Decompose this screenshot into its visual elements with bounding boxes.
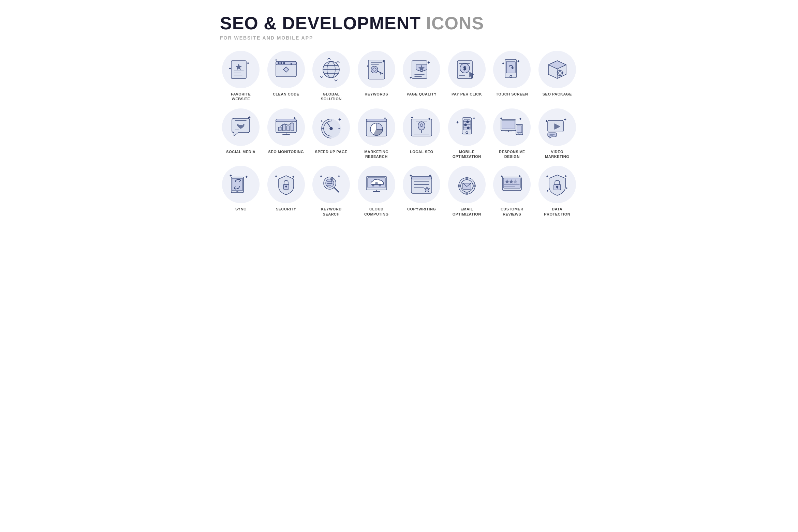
list-item: ✦ ✦ CLEAN CODE <box>265 51 307 102</box>
video-marketing-icon-bg: ✦ ✦ <box>538 108 576 146</box>
list-item: ✦ ✦ SPEED UP PAGE <box>310 108 352 159</box>
touch-screen-label: TOUCH SCREEN <box>496 92 528 97</box>
email-optimization-icon-bg <box>448 166 486 203</box>
svg-rect-64 <box>283 124 285 131</box>
svg-point-23 <box>371 66 378 73</box>
svg-text:✦: ✦ <box>428 61 430 64</box>
svg-point-121 <box>285 186 287 187</box>
svg-text:✦: ✦ <box>473 117 475 119</box>
email-optimization-label: EMAIL OPTIMIZATION <box>448 207 486 217</box>
list-item: ✦ ✦ FAVORITEWEBSITE <box>220 51 262 102</box>
svg-point-13 <box>283 62 285 64</box>
list-item: ✦ ✦ CUSTOMER REVIEWS <box>491 166 533 217</box>
keyword-search-icon-bg: ✦ ✦ <box>312 166 350 203</box>
pay-per-click-label: PAY PER CLICK <box>452 92 482 97</box>
svg-text:+: + <box>547 190 548 192</box>
data-protection-label: DATA PROTECTION <box>538 207 576 217</box>
seo-package-icon-bg <box>538 51 576 88</box>
svg-point-94 <box>464 124 467 126</box>
svg-point-74 <box>330 127 332 130</box>
seo-monitoring-label: SEO MONITORING <box>268 149 304 154</box>
list-item: ✦ ✦ KEYWORD SEARCH <box>310 166 352 217</box>
list-item: ✦ ✦ LOCAL SEO <box>401 108 443 159</box>
seo-monitoring-icon-bg: ✦ <box>267 108 305 146</box>
svg-rect-105 <box>517 126 522 133</box>
list-item: ✦ ✦ PAGE QUALITY <box>401 51 443 102</box>
social-media-icon-bg: ✦ <box>222 108 260 146</box>
favorite-website-label: FAVORITEWEBSITE <box>231 92 251 102</box>
svg-text:✦: ✦ <box>339 118 341 121</box>
global-solution-icon-bg <box>312 51 350 88</box>
responsive-design-label: RESPONSIVEDESIGN <box>499 149 525 159</box>
svg-point-82 <box>418 122 425 130</box>
list-item: ✦ ✦ MOBILE OPTIMIZATION <box>446 108 488 159</box>
svg-line-126 <box>334 187 339 192</box>
video-marketing-label: VIDEO MARKETING <box>538 149 576 159</box>
svg-text:✦: ✦ <box>275 59 277 61</box>
keywords-label: KEYWORDS <box>365 92 388 97</box>
list-item: GLOBAL SOLUTION <box>310 51 352 102</box>
svg-text:✦: ✦ <box>500 117 502 119</box>
sync-label: SYNC <box>235 207 247 211</box>
svg-rect-43 <box>506 61 515 73</box>
svg-text:✦: ✦ <box>457 121 458 123</box>
svg-text:✦: ✦ <box>501 175 503 177</box>
svg-text:✦: ✦ <box>410 175 412 177</box>
customer-reviews-label: CUSTOMER REVIEWS <box>493 207 531 217</box>
svg-text:✦: ✦ <box>321 120 323 122</box>
svg-rect-144 <box>411 176 432 179</box>
icons-grid: ✦ ✦ FAVORITEWEBSITE ✦ ✦ CLEAN CODE <box>220 51 578 217</box>
svg-text:✦: ✦ <box>502 62 504 64</box>
svg-point-96 <box>467 127 469 129</box>
list-item: ✦ ✦ SYNC <box>220 166 262 217</box>
svg-point-11 <box>278 62 279 64</box>
speed-up-page-icon-bg: ✦ ✦ <box>312 108 350 146</box>
marketing-research-label: MARKETING RESEARCH <box>358 149 395 159</box>
svg-text:✦: ✦ <box>383 60 385 62</box>
svg-text:✦: ✦ <box>229 68 231 70</box>
keywords-icon-bg: ✦ ✦ <box>358 51 395 88</box>
svg-point-12 <box>281 62 282 64</box>
svg-text:✦: ✦ <box>429 174 431 177</box>
svg-rect-101 <box>502 121 515 129</box>
list-item: ✦ ✦ RESPONSIVEDESIGN <box>491 108 533 159</box>
copywriting-icon-bg: ✦ ✦ <box>403 166 440 203</box>
svg-rect-154 <box>466 192 468 195</box>
svg-text:$: $ <box>463 65 466 71</box>
svg-text:✦: ✦ <box>411 117 413 119</box>
local-seo-icon-bg: ✦ ✦ <box>403 108 440 146</box>
page-header: SEO & DEVELOPMENT ICONS FOR WEBSITE AND … <box>220 14 578 41</box>
list-item: SEO PACKAGE <box>536 51 578 102</box>
cloud-computing-icon-bg <box>358 166 395 203</box>
subtitle: FOR WEBSITE AND MOBILE APP <box>220 35 578 41</box>
svg-point-130 <box>330 178 333 180</box>
svg-text:✦: ✦ <box>230 175 232 177</box>
svg-rect-66 <box>291 123 294 131</box>
svg-rect-155 <box>458 185 461 187</box>
clean-code-label: CLEAN CODE <box>273 92 299 97</box>
svg-text:✦: ✦ <box>247 62 249 65</box>
copywriting-label: COPYWRITING <box>407 207 436 211</box>
svg-text:✦: ✦ <box>384 117 386 119</box>
svg-text:+: + <box>566 187 567 189</box>
touch-screen-icon-bg: ✦ ✦ <box>493 51 531 88</box>
list-item: ✦ ✦ TOUCH SCREEN <box>491 51 533 102</box>
title-gray: ICONS <box>426 13 484 33</box>
svg-text:✦: ✦ <box>320 175 322 177</box>
clean-code-icon-bg: ✦ ✦ <box>267 51 305 88</box>
svg-text:✦: ✦ <box>338 175 340 177</box>
list-item: ✦ ✦ SECURITY <box>265 166 307 217</box>
speed-up-page-label: SPEED UP PAGE <box>315 149 348 154</box>
local-seo-label: LOCAL SEO <box>410 149 433 154</box>
list-item: EMAIL OPTIMIZATION <box>446 166 488 217</box>
security-label: SECURITY <box>276 207 296 211</box>
svg-rect-153 <box>466 177 468 180</box>
mobile-optimization-icon-bg: ✦ ✦ <box>448 108 486 146</box>
list-item: ✦ SOCIAL MEDIA <box>220 108 262 159</box>
marketing-research-icon-bg: ✦ <box>358 108 395 146</box>
mobile-optimization-label: MOBILE OPTIMIZATION <box>448 149 486 159</box>
list-item: ✦ ✦ KEYWORDS <box>356 51 398 102</box>
svg-rect-60 <box>276 119 296 122</box>
svg-point-138 <box>375 182 378 184</box>
svg-text:✦: ✦ <box>517 60 519 62</box>
